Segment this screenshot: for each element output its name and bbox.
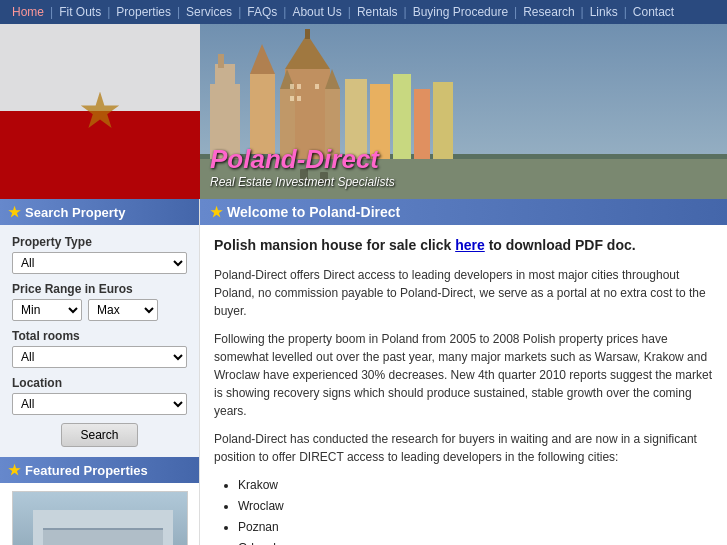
- search-form: Property Type All Price Range in Euros M…: [0, 225, 199, 457]
- navigation: Home | Fit Outs | Properties | Services …: [0, 0, 727, 24]
- content-header-title: Welcome to Poland-Direct: [227, 204, 400, 220]
- svg-rect-48: [153, 530, 163, 539]
- price-row: Min Max: [12, 299, 187, 321]
- svg-rect-40: [153, 516, 163, 525]
- svg-rect-45: [105, 530, 115, 539]
- svg-rect-35: [73, 516, 83, 525]
- svg-rect-31: [33, 527, 173, 529]
- svg-rect-19: [290, 84, 294, 89]
- nav-item-buying-procedure[interactable]: Buying Procedure: [409, 5, 512, 19]
- content-body: Polish mansion house for sale click here…: [200, 225, 727, 545]
- city-image: Poland-Direct Real Estate Investment Spe…: [200, 24, 727, 199]
- svg-rect-43: [73, 530, 83, 539]
- svg-rect-17: [414, 89, 430, 159]
- nav-separator: |: [404, 5, 407, 19]
- location-select[interactable]: All: [12, 393, 187, 415]
- nav-item-faqs[interactable]: FAQs: [243, 5, 281, 19]
- svg-rect-27: [13, 492, 188, 545]
- nav-separator: |: [107, 5, 110, 19]
- sidebar: ★ Search Property Property Type All Pric…: [0, 199, 200, 545]
- nav-item-home[interactable]: Home: [8, 5, 48, 19]
- svg-rect-23: [297, 96, 301, 101]
- nav-item-services[interactable]: Services: [182, 5, 236, 19]
- featured-property-thumbnail[interactable]: [12, 491, 188, 545]
- svg-rect-37: [105, 516, 115, 525]
- nav-item-fit-outs[interactable]: Fit Outs: [55, 5, 105, 19]
- nav-separator: |: [283, 5, 286, 19]
- city-list-item: Poznan: [238, 518, 713, 536]
- svg-rect-39: [137, 516, 147, 525]
- brand-overlay: Poland-Direct Real Estate Investment Spe…: [210, 144, 395, 189]
- price-range-group: Price Range in Euros Min Max: [12, 282, 187, 321]
- nav-item-links[interactable]: Links: [586, 5, 622, 19]
- price-min-select[interactable]: Min: [12, 299, 82, 321]
- mansion-suffix: to download PDF doc.: [485, 237, 636, 253]
- total-rooms-label: Total rooms: [12, 329, 187, 343]
- brand-name: Poland-Direct: [210, 144, 395, 175]
- search-section-header: ★ Search Property: [0, 199, 199, 225]
- hero-banner: Poland-Direct Real Estate Investment Spe…: [0, 24, 727, 199]
- nav-separator: |: [581, 5, 584, 19]
- city-list-item: Gdansk: [238, 539, 713, 545]
- svg-rect-47: [137, 530, 147, 539]
- featured-section-title: Featured Properties: [25, 463, 148, 478]
- nav-separator: |: [514, 5, 517, 19]
- svg-rect-32: [33, 542, 173, 544]
- svg-rect-16: [393, 74, 411, 159]
- nav-separator: |: [238, 5, 241, 19]
- svg-rect-4: [218, 54, 224, 68]
- nav-separator: |: [348, 5, 351, 19]
- mansion-line: Polish mansion house for sale click here…: [214, 235, 713, 256]
- price-range-label: Price Range in Euros: [12, 282, 187, 296]
- content-star-icon: ★: [210, 204, 223, 220]
- nav-item-properties[interactable]: Properties: [112, 5, 175, 19]
- nav-separator: |: [624, 5, 627, 19]
- nav-separator: |: [50, 5, 53, 19]
- featured-section-header: ★ Featured Properties: [0, 457, 199, 483]
- mansion-link[interactable]: here: [455, 237, 485, 253]
- market-paragraph: Following the property boom in Poland fr…: [214, 330, 713, 420]
- nav-separator: |: [177, 5, 180, 19]
- search-section-title: Search Property: [25, 205, 125, 220]
- property-type-select[interactable]: All: [12, 252, 187, 274]
- svg-rect-44: [89, 530, 99, 539]
- total-rooms-select[interactable]: All: [12, 346, 187, 368]
- svg-rect-33: [41, 516, 51, 525]
- city-list-item: Krakow: [238, 476, 713, 494]
- cities-list: KrakowWroclawPoznanGdansk: [214, 476, 713, 545]
- svg-rect-36: [89, 516, 99, 525]
- content-area: ★ Welcome to Poland-Direct Polish mansio…: [200, 199, 727, 545]
- flag-image: [0, 24, 200, 199]
- svg-rect-18: [433, 82, 453, 159]
- star-icon: ★: [8, 204, 21, 220]
- featured-star-icon: ★: [8, 462, 21, 478]
- location-group: Location All: [12, 376, 187, 415]
- nav-item-rentals[interactable]: Rentals: [353, 5, 402, 19]
- svg-rect-41: [41, 530, 51, 539]
- svg-rect-9: [305, 29, 310, 39]
- svg-rect-38: [121, 516, 131, 525]
- property-type-group: Property Type All: [12, 235, 187, 274]
- mansion-text: Polish mansion house for sale click: [214, 237, 455, 253]
- svg-rect-46: [121, 530, 131, 539]
- nav-item-contact[interactable]: Contact: [629, 5, 678, 19]
- intro-paragraph: Poland-Direct offers Direct access to le…: [214, 266, 713, 320]
- content-header: ★ Welcome to Poland-Direct: [200, 199, 727, 225]
- svg-rect-30: [33, 512, 173, 514]
- location-label: Location: [12, 376, 187, 390]
- total-rooms-group: Total rooms All: [12, 329, 187, 368]
- brand-tagline: Real Estate Investment Specialists: [210, 175, 395, 189]
- nav-item-about-us[interactable]: About Us: [288, 5, 345, 19]
- nav-item-research[interactable]: Research: [519, 5, 578, 19]
- price-max-select[interactable]: Max: [88, 299, 158, 321]
- svg-rect-34: [57, 516, 67, 525]
- svg-rect-29: [33, 512, 173, 545]
- svg-rect-21: [315, 84, 319, 89]
- property-type-label: Property Type: [12, 235, 187, 249]
- search-button[interactable]: Search: [61, 423, 137, 447]
- main-layout: ★ Search Property Property Type All Pric…: [0, 199, 727, 545]
- cities-intro-paragraph: Poland-Direct has conducted the research…: [214, 430, 713, 466]
- svg-rect-20: [297, 84, 301, 89]
- svg-rect-42: [57, 530, 67, 539]
- svg-rect-5: [250, 74, 275, 154]
